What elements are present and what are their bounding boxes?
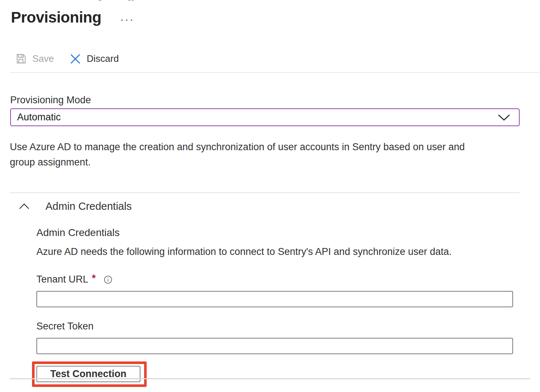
toolbar-divider: [10, 72, 540, 73]
admin-credentials-body: Admin Credentials Azure AD needs the fol…: [36, 227, 513, 387]
provisioning-mode-dropdown[interactable]: Automatic: [10, 108, 520, 126]
save-icon: [15, 53, 27, 64]
tenant-url-label-row: Tenant URL *: [36, 274, 513, 285]
save-label: Save: [32, 53, 54, 64]
red-highlight-annotation: Test Connection: [32, 361, 147, 387]
secret-token-label: Secret Token: [36, 321, 94, 332]
admin-credentials-subheading: Admin Credentials: [36, 227, 513, 239]
required-asterisk: *: [91, 273, 96, 284]
provisioning-page: Provisioning ··· Save Discard: [0, 0, 540, 392]
secret-token-label-row: Secret Token: [36, 321, 513, 332]
page-header: Provisioning ···: [11, 9, 134, 26]
provisioning-mode-value: Automatic: [17, 112, 61, 123]
more-options-icon[interactable]: ···: [120, 10, 134, 25]
discard-label: Discard: [87, 53, 119, 64]
page-title: Provisioning: [11, 9, 101, 26]
command-bar: Save Discard: [15, 53, 119, 64]
tenant-url-input[interactable]: [36, 291, 513, 307]
section-title: Admin Credentials: [45, 200, 132, 212]
admin-credentials-section-header[interactable]: Admin Credentials: [19, 200, 132, 212]
tenant-url-label: Tenant URL: [36, 274, 88, 285]
intro-text: Use Azure AD to manage the creation and …: [10, 139, 487, 170]
secret-token-input[interactable]: [36, 338, 513, 354]
clipped-breadcrumb: [0, 0, 540, 1]
save-button[interactable]: Save: [15, 53, 54, 64]
chevron-up-icon: [19, 203, 29, 209]
test-connection-button[interactable]: Test Connection: [36, 366, 140, 382]
discard-x-icon: [70, 53, 81, 64]
section-divider: [10, 192, 520, 193]
provisioning-mode-label: Provisioning Mode: [10, 95, 91, 106]
info-icon[interactable]: [104, 275, 112, 284]
bottom-divider: [10, 378, 530, 379]
discard-button[interactable]: Discard: [70, 53, 119, 64]
chevron-down-icon: [498, 114, 510, 121]
admin-credentials-description: Azure AD needs the following information…: [36, 246, 513, 257]
